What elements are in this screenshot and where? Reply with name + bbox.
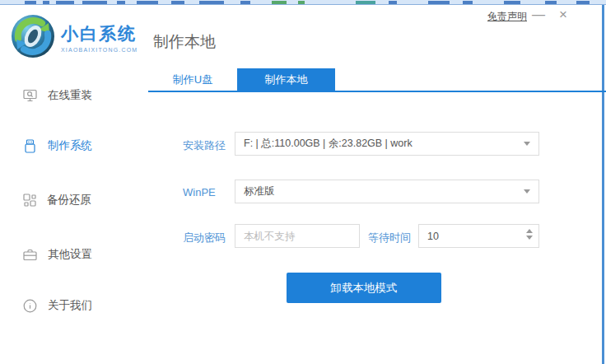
sidebar-item-label: 制作系统 bbox=[48, 138, 92, 153]
sidebar-item-backup-restore[interactable]: 备份还原 bbox=[23, 193, 91, 208]
brand-block: 小白系统 XIAOBAIXITONG.COM bbox=[61, 22, 138, 53]
wait-time-label: 等待时间 bbox=[368, 231, 411, 245]
install-path-select[interactable]: F: | 总:110.00GB | 余:23.82GB | work bbox=[235, 132, 539, 156]
uninstall-local-mode-button[interactable]: 卸载本地模式 bbox=[287, 273, 441, 303]
toolbox-icon bbox=[23, 248, 37, 261]
brand-name: 小白系统 bbox=[61, 22, 138, 45]
sidebar-item-make-system[interactable]: 制作系统 bbox=[23, 138, 92, 153]
app-window: 小白系统 XIAOBAIXITONG.COM 制作本地 免责声明 — × 在线重… bbox=[0, 0, 606, 364]
sidebar-item-label: 其他设置 bbox=[48, 247, 92, 262]
install-path-label: 安装路径 bbox=[183, 138, 226, 153]
sidebar-item-label: 在线重装 bbox=[48, 88, 92, 103]
winpe-label: WinPE bbox=[183, 186, 216, 198]
chevron-down-icon bbox=[524, 189, 530, 194]
close-icon[interactable]: × bbox=[555, 7, 571, 23]
sidebar-item-label: 备份还原 bbox=[47, 193, 91, 208]
page-title: 制作本地 bbox=[153, 31, 216, 53]
winpe-value: 标准版 bbox=[235, 180, 520, 203]
boot-password-field-wrap bbox=[235, 224, 360, 248]
stepper-down-icon[interactable] bbox=[526, 236, 533, 240]
tab-bar: 制作U盘 制作本地 bbox=[148, 68, 606, 92]
monitor-reinstall-icon bbox=[23, 89, 37, 102]
brand-domain: XIAOBAIXITONG.COM bbox=[61, 47, 138, 53]
backup-grid-icon bbox=[23, 194, 36, 207]
install-path-value: F: | 总:110.00GB | 余:23.82GB | work bbox=[235, 133, 520, 155]
winpe-select[interactable]: 标准版 bbox=[235, 180, 539, 203]
disclaimer-link[interactable]: 免责声明 bbox=[487, 10, 527, 24]
wait-time-stepper bbox=[418, 224, 539, 248]
boot-password-label: 启动密码 bbox=[183, 231, 226, 245]
usb-drive-icon bbox=[23, 139, 37, 153]
app-logo-icon bbox=[10, 13, 56, 59]
stepper-up-icon[interactable] bbox=[526, 229, 533, 233]
tab-make-usb[interactable]: 制作U盘 bbox=[148, 68, 237, 91]
boot-password-input[interactable] bbox=[235, 225, 359, 247]
stepper-arrows bbox=[526, 229, 533, 240]
wait-time-input[interactable] bbox=[419, 225, 516, 247]
info-circle-icon bbox=[23, 299, 37, 313]
sidebar-item-about-us[interactable]: 关于我们 bbox=[23, 298, 92, 313]
sidebar-item-label: 关于我们 bbox=[48, 298, 92, 313]
sidebar-item-other-settings[interactable]: 其他设置 bbox=[23, 247, 92, 262]
background-window-sliver bbox=[0, 0, 606, 5]
sidebar-item-online-reinstall[interactable]: 在线重装 bbox=[23, 88, 92, 103]
minimize-button[interactable]: — bbox=[530, 7, 547, 23]
background-window-edge bbox=[602, 5, 604, 364]
tab-make-local[interactable]: 制作本地 bbox=[237, 68, 335, 91]
chevron-down-icon bbox=[524, 142, 530, 146]
